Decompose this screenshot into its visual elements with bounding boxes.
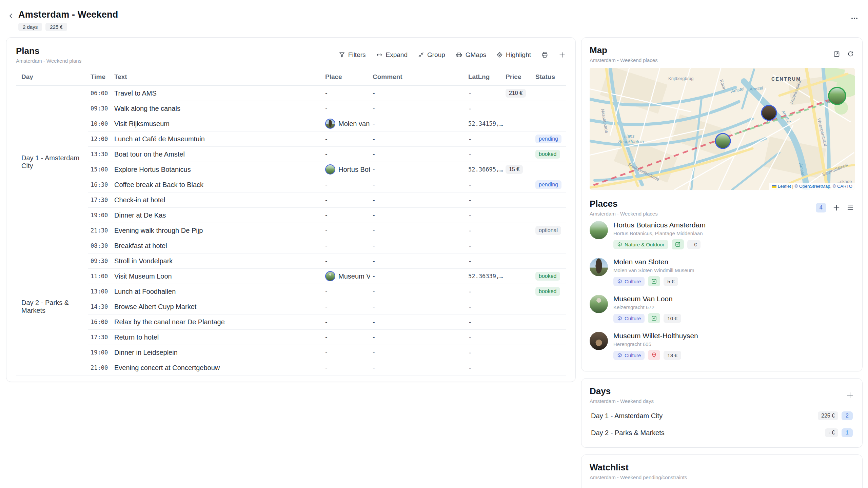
plan-row[interactable]: 21:30Evening walk through De Pijp---opti… — [16, 223, 566, 238]
add-place-button[interactable] — [832, 204, 841, 212]
cost-badge: 225 € — [45, 23, 67, 31]
car-icon — [455, 51, 462, 58]
plan-row[interactable]: 09:30Walk along the canals--- — [16, 101, 566, 116]
plan-text: Evening walk through De Pijp — [112, 223, 322, 238]
plan-row[interactable]: 15:00Explore Hortus BotanicusHortus Bota… — [16, 162, 566, 177]
plan-row[interactable]: 17:30Return to hotel--- — [16, 330, 566, 345]
leaflet-link[interactable]: Leaflet — [778, 184, 791, 189]
place-visited-toggle[interactable] — [672, 239, 684, 249]
plan-row[interactable]: 13:30Boat tour on the Amstel---booked — [16, 147, 566, 162]
plan-time: 16:30 — [88, 177, 112, 192]
back-button[interactable] — [7, 12, 15, 21]
duration-badge: 2 days — [18, 23, 42, 31]
plan-row[interactable]: 14:30Browse Albert Cuyp Market--- — [16, 299, 566, 314]
expand-button[interactable]: Expand — [376, 51, 408, 59]
place-item[interactable]: Museum Van LoonKeizersgracht 672Culture1… — [590, 290, 854, 327]
map-places-panel: Map Amsterdam - Weekend places — [581, 37, 863, 371]
map-label: Krijtbergbrug — [668, 76, 693, 81]
plan-place: - — [322, 177, 370, 192]
plan-row[interactable]: 13:00Lunch at Foodhallen---booked — [16, 284, 566, 299]
filters-button[interactable]: Filters — [339, 51, 366, 59]
column-header-status[interactable]: Status — [533, 70, 566, 86]
plan-comment: - — [370, 345, 466, 360]
place-photo — [590, 221, 608, 239]
plan-status: booked — [533, 147, 566, 162]
cube-icon — [617, 316, 622, 321]
plus-icon — [558, 51, 566, 59]
plan-row[interactable]: 19:00Dinner in Leidseplein--- — [16, 345, 566, 360]
box-arrow-icon — [833, 50, 840, 58]
plan-place-name: Hortus Bota… — [338, 166, 370, 173]
map-marker-van-loon[interactable] — [715, 134, 730, 148]
map-marker-willet[interactable] — [762, 105, 776, 120]
plan-time: 17:30 — [88, 330, 112, 345]
plan-price — [503, 299, 533, 314]
plan-row[interactable]: 10:00Visit RijksmuseumMolen van …-52.341… — [16, 116, 566, 131]
print-button[interactable] — [541, 51, 548, 58]
plan-status — [533, 116, 566, 131]
gmaps-label: GMaps — [466, 51, 486, 59]
plan-row[interactable]: 12:00Lunch at Café de Museumtuin---pendi… — [16, 131, 566, 147]
plan-place: - — [322, 284, 370, 299]
osm-link[interactable]: © OpenStreetMap, — [795, 184, 832, 189]
place-photo — [590, 258, 608, 276]
place-visited-toggle[interactable] — [648, 313, 660, 323]
column-header-latlng[interactable]: LatLng — [466, 70, 503, 86]
watchlist-items: pendingLunch at Café de Museumtuinpendin… — [590, 485, 854, 488]
places-list-view-button[interactable] — [847, 204, 854, 211]
highlight-button[interactable]: Highlight — [496, 51, 531, 59]
overflow-menu-button[interactable] — [850, 14, 859, 23]
gmaps-button[interactable]: GMaps — [455, 51, 486, 59]
place-item[interactable]: Museum Willet-HolthuysenHerengracht 605C… — [590, 327, 854, 364]
column-header-day[interactable]: Day — [16, 70, 88, 86]
plan-row[interactable]: Day 2 - Parks & Markets08:30Breakfast at… — [16, 238, 566, 253]
check-square-icon — [651, 278, 657, 284]
add-day-button[interactable] — [846, 391, 854, 399]
plan-text: Relax by the canal near De Plantage — [112, 314, 322, 330]
map-fullscreen-button[interactable] — [833, 50, 840, 58]
plan-comment: - — [370, 208, 466, 223]
plan-row[interactable]: 17:30Check-in at hotel--- — [16, 192, 566, 208]
map-refresh-button[interactable] — [847, 50, 854, 58]
place-item[interactable]: Molen van SlotenMolen van Sloten Windmil… — [590, 253, 854, 290]
plan-row[interactable]: 16:00Relax by the canal near De Plantage… — [16, 314, 566, 330]
plan-status — [533, 330, 566, 345]
plan-comment: - — [370, 360, 466, 375]
plan-text: Breakfast at hotel — [112, 238, 322, 253]
column-header-time[interactable]: Time — [88, 70, 112, 86]
group-button[interactable]: Group — [418, 51, 445, 59]
plan-row[interactable]: 11:00Visit Museum LoonMuseum Va…-52.3633… — [16, 269, 566, 284]
plan-place-name: Museum Va… — [338, 272, 370, 280]
place-item[interactable]: Hortus Botanicus AmsterdamHortus Botanic… — [590, 217, 854, 253]
place-visited-toggle[interactable] — [648, 276, 660, 286]
place-pin-toggle[interactable] — [648, 350, 660, 360]
day-group-label: Day 1 - Amsterdam City — [16, 86, 88, 238]
column-header-text[interactable]: Text — [112, 70, 322, 86]
list-lines-icon — [847, 204, 854, 211]
plan-row[interactable]: 16:30Coffee break at Back to Black---pen… — [16, 177, 566, 192]
plan-time: 16:00 — [88, 314, 112, 330]
day-list-item[interactable]: Day 1 - Amsterdam City225 €2 — [590, 407, 854, 424]
map-marker-hortus[interactable] — [829, 87, 846, 104]
plan-status — [533, 86, 566, 101]
plan-row[interactable]: 21:00Evening concert at Concertgebouw--- — [16, 360, 566, 375]
carto-link[interactable]: © CARTO — [833, 184, 852, 189]
plan-row[interactable]: 19:00Dinner at De Kas--- — [16, 208, 566, 223]
add-plan-button[interactable] — [558, 51, 566, 59]
printer-icon — [541, 51, 548, 58]
map-canvas[interactable]: Krijtbergbrug Rokin Amstel Amstel CENTRU… — [590, 68, 855, 190]
column-header-comment[interactable]: Comment — [370, 70, 466, 86]
plan-text: Dinner in Leidseplein — [112, 345, 322, 360]
place-thumbnail — [325, 164, 335, 175]
plan-price — [503, 238, 533, 253]
place-price-badge: 5 € — [664, 277, 678, 286]
column-header-place[interactable]: Place — [322, 70, 370, 86]
plan-row[interactable]: Day 1 - Amsterdam City06:00Travel to AMS… — [16, 86, 566, 101]
plan-status — [533, 162, 566, 177]
plan-text: Travel to AMS — [112, 86, 322, 101]
watchlist-item[interactable]: pendingLunch at Café de Museumtuin — [590, 485, 854, 488]
status-badge: optional — [535, 226, 561, 235]
day-list-item[interactable]: Day 2 - Parks & Markets- €1 — [590, 424, 854, 441]
plan-row[interactable]: 09:30Stroll in Vondelpark--- — [16, 253, 566, 269]
column-header-price[interactable]: Price — [503, 70, 533, 86]
